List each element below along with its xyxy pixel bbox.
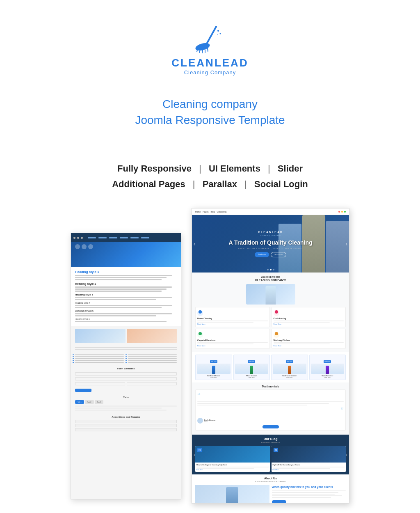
list-col-2 xyxy=(128,354,177,364)
submit-button[interactable] xyxy=(75,389,91,392)
blog-read-more-1[interactable]: Read More xyxy=(196,469,269,471)
hero-bubbles xyxy=(75,244,93,249)
blog-text xyxy=(196,468,254,469)
screenshots-section: Heading style 1 Heading style 2 Heading … xyxy=(0,200,420,513)
svg-point-9 xyxy=(217,34,218,35)
service-name: Cloth Ironing xyxy=(274,317,344,320)
about-text xyxy=(272,494,335,495)
left-hero-image xyxy=(71,242,181,267)
left-content: Heading style 1 Heading style 2 Heading … xyxy=(71,267,181,326)
read-more-button[interactable] xyxy=(262,425,279,428)
nav-blog: Blog xyxy=(211,211,215,213)
nav-link xyxy=(120,237,128,238)
about-text xyxy=(272,490,346,491)
products-grid: Best Price Outdoor Cleaner Read More Bes… xyxy=(195,355,346,380)
nav-link xyxy=(130,237,139,238)
separator-4: | xyxy=(244,179,247,189)
hero-pagination xyxy=(267,269,274,270)
product-stain: Best Price Stain Remover Read More xyxy=(309,355,346,380)
nav-link xyxy=(88,237,96,238)
service-name: Washing Clothes xyxy=(274,339,344,341)
accordion-item-2[interactable] xyxy=(75,424,177,427)
svg-point-8 xyxy=(220,33,221,34)
product-img xyxy=(197,364,231,374)
features-row-1: Fully Responsive | UI Elements | Slider xyxy=(0,161,420,176)
read-more-link[interactable]: Read More xyxy=(274,323,344,325)
tab-3[interactable]: Tab 3 xyxy=(95,400,104,404)
blog-content-2: Fight off the Harmful at your House Read… xyxy=(272,463,346,472)
service-text xyxy=(197,344,253,344)
tabs-title: Tabs xyxy=(75,396,177,398)
product-floor: Best Price Floor Cleaner Read More xyxy=(233,355,270,380)
blog-date-1: 25 xyxy=(197,448,202,452)
service-text xyxy=(274,342,344,343)
service-text xyxy=(197,321,268,321)
service-text xyxy=(197,322,253,323)
separator-1: | xyxy=(199,163,201,174)
features-section: Fully Responsive | UI Elements | Slider … xyxy=(0,161,420,192)
service-name: Carpets&Furniture xyxy=(197,339,268,341)
list-item xyxy=(75,358,124,359)
about-grid: When quality matters to you and your cli… xyxy=(195,485,346,504)
broom-icon xyxy=(194,25,226,53)
screenshot-right: Home Pages Blog Contact us xyxy=(192,208,349,504)
right-hero: CLEANLEAD Cleaning Company A Tradition o… xyxy=(192,215,349,273)
about-read-more-btn[interactable] xyxy=(272,500,286,504)
blog-subtitle: BLOG POSTS FROM US xyxy=(195,442,346,444)
cloth-ironing-icon xyxy=(274,310,279,316)
service-text xyxy=(197,342,268,343)
product-sub: Read More xyxy=(273,377,306,378)
blog-next-arrow[interactable]: › xyxy=(346,452,347,458)
product-bathroom: Best Price Bathroom Cleaner Read More xyxy=(271,355,308,380)
product-sub: Read More xyxy=(235,377,269,378)
hero-btn-outline[interactable]: Read more xyxy=(271,252,286,257)
services-welcome: WELCOME TO OUR CLEANING COMPANY! xyxy=(195,276,346,282)
list-item xyxy=(128,360,177,361)
feature-ui-elements: UI Elements xyxy=(209,163,260,174)
services-intro-image xyxy=(195,284,346,305)
service-card-carpet: Carpets&Furniture Read More xyxy=(195,329,270,349)
read-more-link[interactable]: Read More xyxy=(274,345,344,347)
left-images-row xyxy=(71,329,181,343)
hero-next-arrow[interactable]: › xyxy=(345,240,347,247)
read-more-link[interactable]: Read More xyxy=(197,323,268,325)
feature-parallax: Parallax xyxy=(203,179,237,189)
accordion-item-3[interactable] xyxy=(75,428,177,431)
author-avatar xyxy=(197,418,203,424)
svg-line-6 xyxy=(208,48,208,51)
product-img xyxy=(311,364,345,374)
form-input-3 xyxy=(75,382,125,385)
bottle-icon xyxy=(288,366,291,374)
testimonial-card: “ ” Emily Stevens Client xyxy=(195,389,346,431)
nav-home: Home xyxy=(195,211,201,213)
blog-read-more-2[interactable]: Read More xyxy=(273,469,345,471)
form-title: Form Elements xyxy=(75,367,177,370)
bubble xyxy=(82,244,87,249)
svg-line-0 xyxy=(206,27,216,45)
tab-content xyxy=(75,410,167,411)
feature-slider: Slider xyxy=(278,163,303,174)
about-text xyxy=(272,492,338,493)
tab-2[interactable]: Tab 2 xyxy=(85,400,94,404)
img-thumb-1 xyxy=(75,329,126,343)
accordion-item-1[interactable] xyxy=(75,420,177,423)
blog-content-1: How to Do Organic Cleaning Help Cost Rea… xyxy=(195,463,270,472)
blog-prev-arrow[interactable]: ‹ xyxy=(194,452,195,458)
about-section: About Us A FEW WORDS ABOUT OUR COMPANY W… xyxy=(192,474,349,504)
list-item xyxy=(75,356,124,357)
logo-subtitle: Cleaning Company xyxy=(184,69,236,76)
read-more-link[interactable]: Read More xyxy=(197,345,268,347)
list-item xyxy=(128,354,177,355)
hero-content: CLEANLEAD Cleaning Company A Tradition o… xyxy=(228,231,312,257)
close-dot xyxy=(338,211,340,213)
service-name: Home Cleaning xyxy=(197,317,268,320)
right-nav-links: Home Pages Blog Contact us xyxy=(195,211,226,213)
services-welcome-title: WELCOME TO OUR xyxy=(195,276,346,278)
hero-prev-arrow[interactable]: ‹ xyxy=(194,240,196,247)
hero-btn-primary[interactable]: Read more xyxy=(255,252,269,257)
service-card-washing: Washing Clothes Read More xyxy=(272,329,346,349)
list-item xyxy=(75,354,124,355)
blog-post-1: 25 How to Do Organic Cleaning Help Cost … xyxy=(195,446,270,472)
tagline-line1: Cleaning company xyxy=(135,96,285,112)
tab-1[interactable]: Tab 1 xyxy=(75,400,84,404)
